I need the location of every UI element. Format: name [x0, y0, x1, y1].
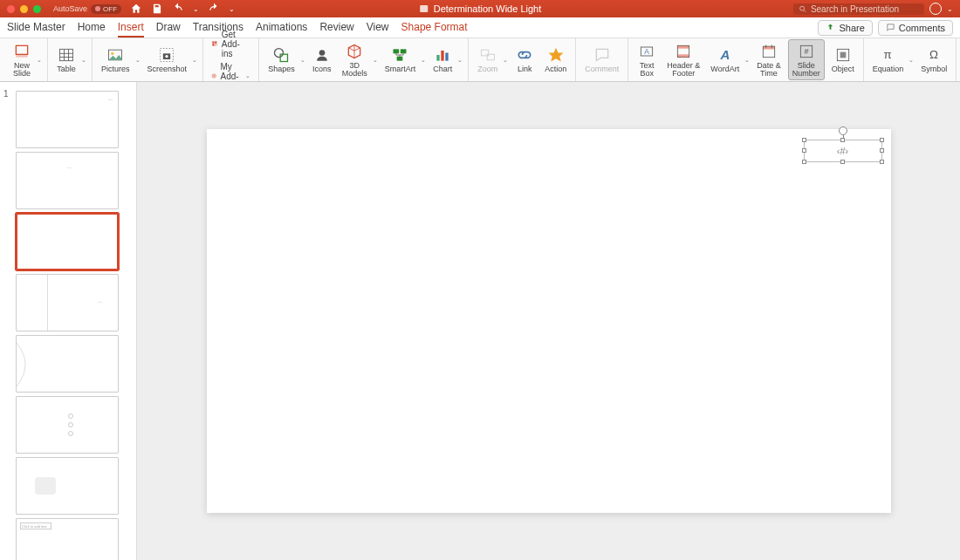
icons-button[interactable]: Icons: [309, 44, 335, 75]
search-input[interactable]: [811, 4, 919, 14]
slide-number-button[interactable]: #Slide Number: [788, 39, 825, 81]
comment-button[interactable]: Comment: [581, 44, 622, 75]
wordart-button[interactable]: AWordArt: [707, 44, 743, 75]
3d-models-dropdown[interactable]: ⌄: [373, 57, 378, 64]
link-button[interactable]: Link: [511, 44, 538, 75]
undo-dropdown[interactable]: ⌄: [193, 5, 199, 13]
autosave-toggle[interactable]: AutoSave OFF: [53, 4, 121, 14]
svg-point-1: [800, 6, 805, 10]
symbol-button[interactable]: ΩSymbol: [917, 44, 950, 75]
thumb-2[interactable]: ⋯: [16, 152, 119, 209]
pictures-button[interactable]: Pictures: [98, 44, 134, 75]
chart-button[interactable]: Chart: [429, 44, 456, 75]
autosave-state: OFF: [103, 5, 117, 13]
svg-rect-3: [16, 45, 27, 54]
svg-rect-45: [840, 52, 846, 58]
table-button[interactable]: Table: [53, 44, 79, 75]
thumb-5[interactable]: [16, 335, 119, 393]
equation-button[interactable]: πEquation: [869, 44, 908, 75]
slide-number-label: 1: [3, 89, 9, 99]
svg-line-2: [804, 10, 806, 11]
thumb-4[interactable]: ⋯: [16, 274, 119, 331]
feedback-icon[interactable]: [929, 3, 942, 15]
tab-slide-master[interactable]: Slide Master: [7, 18, 65, 38]
tab-view[interactable]: View: [367, 18, 389, 38]
share-button[interactable]: Share: [818, 20, 872, 36]
placeholder-text: ‹#›: [837, 146, 848, 156]
maximize-window[interactable]: [33, 5, 41, 13]
pictures-dropdown[interactable]: ⌄: [135, 57, 141, 64]
date-time-button[interactable]: Date & Time: [753, 40, 785, 80]
svg-rect-21: [281, 54, 288, 61]
header-footer-button[interactable]: Header & Footer: [663, 40, 703, 80]
svg-rect-25: [397, 57, 403, 61]
svg-rect-23: [394, 50, 400, 54]
tab-draw[interactable]: Draw: [156, 18, 181, 38]
thumb-8[interactable]: Click to add text: [16, 518, 119, 560]
3d-models-button[interactable]: 3D Models: [339, 40, 371, 80]
minimize-window[interactable]: [20, 5, 28, 13]
tab-shape-format[interactable]: Shape Format: [401, 18, 468, 38]
addins-icon: [211, 38, 218, 49]
redo-icon[interactable]: [208, 3, 220, 15]
tab-home[interactable]: Home: [78, 18, 106, 38]
thumb-1[interactable]: —: [16, 91, 119, 148]
save-icon[interactable]: [151, 3, 163, 15]
equation-dropdown[interactable]: ⌄: [909, 57, 914, 64]
svg-point-14: [166, 55, 168, 58]
svg-point-22: [319, 50, 325, 56]
text-box-button[interactable]: AText Box: [634, 40, 660, 80]
resize-handle-br[interactable]: [880, 160, 884, 164]
account-dropdown[interactable]: ⌄: [947, 5, 953, 13]
get-addins-button[interactable]: Get Add-ins: [209, 29, 253, 59]
slide-canvas[interactable]: ‹#›: [207, 129, 891, 513]
thumbnail-pane[interactable]: 1 — ⋯ ⋯ Click to add text: [0, 82, 137, 560]
resize-handle-bm[interactable]: [840, 160, 845, 164]
comment-icon: [886, 23, 895, 32]
svg-rect-15: [212, 41, 214, 43]
comments-button[interactable]: Comments: [878, 20, 953, 36]
qat-customize[interactable]: ⌄: [229, 5, 235, 13]
close-window[interactable]: [7, 5, 15, 13]
new-slide-dropdown[interactable]: ⌄: [37, 57, 42, 64]
thumb-3[interactable]: [16, 213, 119, 270]
shapes-dropdown[interactable]: ⌄: [300, 57, 305, 64]
my-addins-icon: [211, 71, 216, 81]
screenshot-dropdown[interactable]: ⌄: [192, 57, 197, 64]
zoom-button[interactable]: Zoom: [474, 44, 501, 75]
chart-dropdown[interactable]: ⌄: [457, 57, 463, 64]
search-icon: [799, 4, 807, 14]
slide-number-placeholder[interactable]: ‹#›: [804, 140, 882, 162]
shapes-button[interactable]: Shapes: [264, 44, 298, 75]
search-box[interactable]: [793, 3, 924, 15]
resize-handle-tl[interactable]: [802, 138, 806, 142]
table-dropdown[interactable]: ⌄: [81, 57, 86, 64]
tab-insert[interactable]: Insert: [118, 18, 144, 38]
document-title: Determination Wide Light: [419, 3, 542, 14]
object-button[interactable]: Object: [828, 44, 858, 75]
resize-handle-ml[interactable]: [802, 148, 806, 153]
canvas-area[interactable]: ‹#›: [137, 82, 960, 560]
svg-rect-39: [763, 46, 774, 49]
ribbon: New Slide⌄ Table⌄ Pictures⌄ Screenshot⌄ …: [0, 38, 960, 82]
undo-icon[interactable]: [172, 3, 184, 15]
action-button[interactable]: Action: [541, 44, 570, 75]
svg-point-11: [111, 52, 113, 55]
wordart-dropdown[interactable]: ⌄: [744, 57, 750, 64]
rotation-handle[interactable]: [839, 126, 847, 135]
smartart-dropdown[interactable]: ⌄: [421, 57, 426, 64]
screenshot-button[interactable]: Screenshot: [144, 44, 191, 75]
home-icon[interactable]: [130, 3, 142, 15]
svg-text:#: #: [804, 47, 809, 56]
resize-handle-mr[interactable]: [880, 148, 884, 153]
thumb-6[interactable]: [16, 396, 119, 454]
tab-review[interactable]: Review: [319, 18, 353, 38]
thumb-7[interactable]: [16, 457, 119, 515]
svg-rect-4: [16, 54, 27, 57]
resize-handle-bl[interactable]: [802, 160, 806, 164]
resize-handle-tm[interactable]: [840, 138, 845, 142]
tab-animations[interactable]: Animations: [256, 18, 307, 38]
smartart-button[interactable]: SmartArt: [381, 44, 420, 75]
resize-handle-tr[interactable]: [880, 138, 884, 142]
new-slide-button[interactable]: New Slide: [9, 40, 35, 80]
